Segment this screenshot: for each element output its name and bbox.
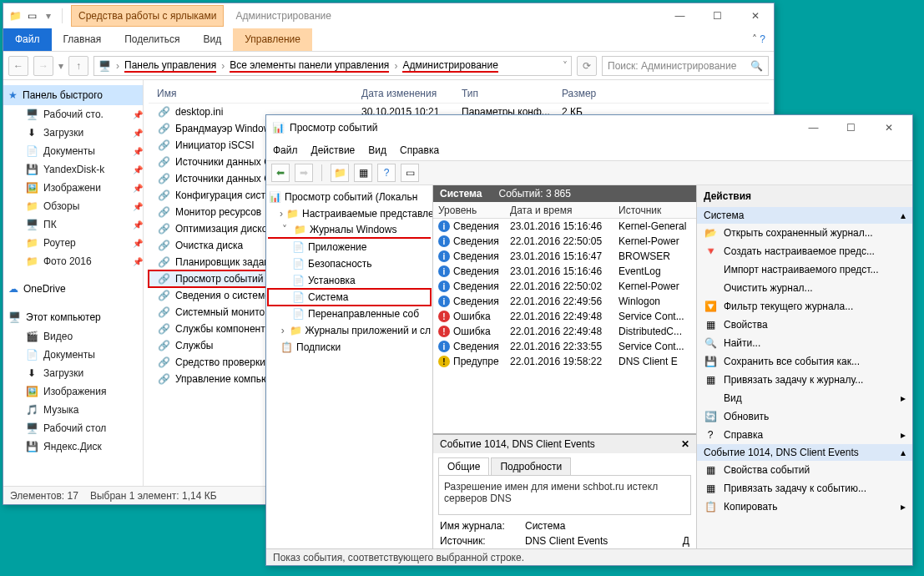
thispc-item[interactable]: 🎬Видео	[10, 327, 143, 346]
collapse-icon[interactable]: ▴	[901, 447, 906, 458]
event-row[interactable]: iСведения22.01.2016 22:33:55Service Cont…	[433, 339, 696, 354]
col-date-header[interactable]: Дата изменения	[361, 88, 462, 99]
refresh-button[interactable]: ⟳	[577, 56, 597, 76]
shortcut-tools-tab[interactable]: Средства работы с ярлыками	[71, 5, 224, 27]
event-row[interactable]: !Ошибка22.01.2016 22:49:48Service Cont..…	[433, 309, 696, 324]
col-type-header[interactable]: Тип	[462, 88, 562, 99]
tree-custom-views[interactable]: ›📁Настраиваемые представле	[268, 205, 431, 222]
ribbon-share[interactable]: Поделиться	[113, 28, 191, 51]
search-box[interactable]: Поиск: Администрирование 🔍	[602, 56, 769, 76]
addr-dropdown-icon[interactable]: ˅	[563, 60, 568, 72]
crumb-1[interactable]: Все элементы панели управления	[230, 59, 389, 73]
thispc-header[interactable]: 🖥️Этот компьютер	[3, 307, 143, 327]
menu-file[interactable]: Файл	[273, 144, 298, 156]
tb-back-icon[interactable]: ⬅	[271, 164, 290, 182]
quick-item[interactable]: ⬇Загрузки📌	[10, 124, 143, 142]
properties-icon[interactable]: ▭	[25, 9, 38, 23]
close-button[interactable]: ✕	[736, 3, 774, 28]
ribbon-manage[interactable]: Управление	[233, 28, 312, 51]
action-item[interactable]: 🔍Найти...	[697, 334, 912, 352]
ribbon-home[interactable]: Главная	[52, 28, 114, 51]
tree-security[interactable]: 📄Безопасность	[268, 255, 431, 272]
nav-recent-icon[interactable]: ▾	[58, 60, 63, 72]
evt-minimize-button[interactable]: ―	[795, 122, 832, 134]
event-row[interactable]: iСведения23.01.2016 15:16:46EventLog	[433, 264, 696, 279]
col-size-header[interactable]: Размер	[562, 88, 620, 99]
tree-app-logs[interactable]: ›📁Журналы приложений и сл	[268, 322, 431, 339]
action-item[interactable]: ?Справка▸	[697, 426, 912, 444]
tree-forwarded[interactable]: 📄Перенаправленные соб	[268, 306, 431, 322]
nav-forward-button[interactable]: →	[33, 56, 53, 76]
breadcrumb[interactable]: 🖥️ › Панель управления › Все элементы па…	[93, 56, 572, 76]
quick-item[interactable]: 💾YandexDisk-k📌	[10, 160, 143, 179]
event-row[interactable]: iСведения22.01.2016 22:50:05Kernel-Power	[433, 234, 696, 249]
action-item[interactable]: 📋Копировать▸	[697, 498, 912, 516]
tb-refresh-icon[interactable]: ▭	[401, 164, 419, 182]
event-row[interactable]: iСведения23.01.2016 15:16:47BROWSER	[433, 249, 696, 264]
action-item[interactable]: ▦Привязать задачу к журналу...	[697, 371, 912, 389]
tb-fwd-icon[interactable]: ➡	[295, 164, 313, 182]
tb-props-icon[interactable]: ▦	[354, 164, 372, 182]
onedrive-header[interactable]: ☁OneDrive	[3, 279, 143, 299]
action-item[interactable]: ▦Привязать задачу к событию...	[697, 479, 912, 498]
tree-root[interactable]: 📊Просмотр событий (Локальн	[268, 189, 431, 205]
action-item[interactable]: 🔻Создать настраиваемое предс...	[697, 242, 912, 260]
quick-item[interactable]: 🖥️ПК📌	[10, 215, 143, 234]
thispc-item[interactable]: 🎵Музыка	[10, 401, 143, 419]
tb-open-icon[interactable]: 📁	[331, 164, 349, 182]
detail-close-icon[interactable]: ✕	[681, 438, 689, 450]
menu-help[interactable]: Справка	[400, 144, 439, 156]
ribbon-file[interactable]: Файл	[3, 28, 52, 51]
tab-details[interactable]: Подробности	[491, 457, 571, 475]
tree-application[interactable]: 📄Приложение	[268, 239, 431, 255]
col-name-header[interactable]: Имя	[149, 88, 361, 99]
quick-item[interactable]: 🖥️Рабочий сто.📌	[10, 105, 143, 124]
thispc-item[interactable]: 📄Документы	[10, 346, 143, 364]
quick-item[interactable]: 📁Фото 2016📌	[10, 252, 143, 270]
thispc-item[interactable]: 🖼️Изображения	[10, 382, 143, 401]
ribbon-collapse[interactable]: ˄ ?	[744, 28, 774, 51]
event-row[interactable]: !Предупре22.01.2016 19:58:22DNS Client E	[433, 354, 696, 369]
menu-view[interactable]: Вид	[368, 144, 386, 156]
quick-item[interactable]: 📄Документы📌	[10, 142, 143, 160]
event-row[interactable]: iСведения23.01.2016 15:16:46Kernel-Gener…	[433, 219, 696, 234]
action-item[interactable]: 📂Открыть сохраненный журнал...	[697, 224, 912, 242]
tree-setup[interactable]: 📄Установка	[268, 272, 431, 289]
action-item[interactable]: 🔽Фильтр текущего журнала...	[697, 297, 912, 316]
actions-group-event[interactable]: Событие 1014, DNS Client Events▴	[697, 444, 912, 461]
action-item[interactable]: ▦Свойства	[697, 316, 912, 334]
tree-subscriptions[interactable]: 📋Подписки	[268, 339, 431, 356]
crumb-2[interactable]: Администрирование	[402, 59, 497, 73]
col-source[interactable]: Источник	[613, 205, 696, 216]
action-item[interactable]: 🔄Обновить	[697, 407, 912, 426]
evt-tree[interactable]: 📊Просмотр событий (Локальн ›📁Настраиваем…	[266, 185, 433, 548]
evt-maximize-button[interactable]: ☐	[832, 122, 870, 134]
ribbon-view[interactable]: Вид	[191, 28, 233, 51]
action-item[interactable]: ▦Свойства событий	[697, 461, 912, 479]
action-item[interactable]: Вид▸	[697, 389, 912, 407]
event-row[interactable]: iСведения22.01.2016 22:49:56Winlogon	[433, 294, 696, 309]
quick-item[interactable]: 📁Обзоры📌	[10, 197, 143, 215]
qat-more-icon[interactable]: ▾	[42, 9, 55, 23]
thispc-item[interactable]: 🖥️Рабочий стол	[10, 419, 143, 437]
tb-help-icon[interactable]: ?	[377, 164, 396, 182]
col-level[interactable]: Уровень	[433, 205, 505, 216]
quick-item[interactable]: 🖼️Изображени📌	[10, 179, 143, 197]
minimize-button[interactable]: ―	[661, 3, 699, 28]
action-item[interactable]: Очистить журнал...	[697, 279, 912, 297]
nav-up-button[interactable]: ↑	[68, 56, 88, 76]
tree-windows-logs[interactable]: ˅📁Журналы Windows	[268, 222, 431, 239]
quick-access-header[interactable]: ★Панель быстрого	[3, 85, 143, 105]
action-item[interactable]: 💾Сохранить все события как...	[697, 352, 912, 371]
tab-general[interactable]: Общие	[438, 457, 489, 475]
actions-group-system[interactable]: Система▴	[697, 207, 912, 224]
event-row[interactable]: !Ошибка22.01.2016 22:49:48DistributedC..…	[433, 324, 696, 339]
thispc-item[interactable]: ⬇Загрузки	[10, 364, 143, 382]
maximize-button[interactable]: ☐	[699, 3, 736, 28]
col-datetime[interactable]: Дата и время	[505, 205, 613, 216]
thispc-item[interactable]: 💾Яндекс.Диск	[10, 437, 143, 456]
collapse-icon[interactable]: ▴	[901, 210, 906, 221]
quick-item[interactable]: 📁Роутер📌	[10, 234, 143, 252]
evt-close-button[interactable]: ✕	[870, 122, 907, 134]
nav-back-button[interactable]: ←	[8, 56, 28, 76]
